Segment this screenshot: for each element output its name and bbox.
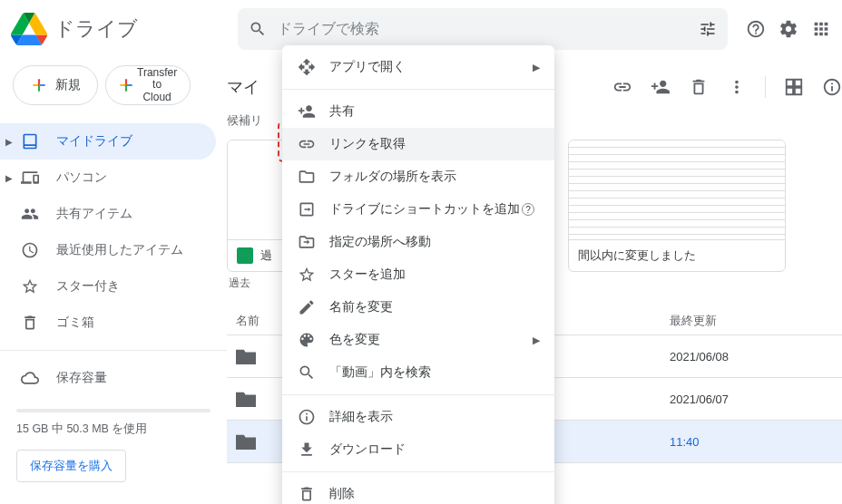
folder-icon — [236, 391, 256, 407]
search-input[interactable] — [278, 21, 699, 37]
sidebar-item-label: パソコン — [56, 170, 107, 186]
menu-item-label: スターを追加 — [329, 267, 406, 283]
sidebar-item-mydrive[interactable]: ▶ マイドライブ — [0, 123, 216, 160]
menu-item-palette[interactable]: 色を変更▶ — [282, 324, 554, 356]
sidebar-item-recent[interactable]: 最近使用したアイテム — [0, 232, 216, 268]
download-icon — [297, 440, 317, 460]
gear-icon[interactable] — [778, 19, 798, 39]
menu-item-person-add[interactable]: 共有 — [282, 95, 554, 128]
chevron-right-icon: ▶ — [533, 334, 540, 346]
sidebar-item-label: スター付き — [56, 278, 120, 295]
sidebar-item-trash[interactable]: ゴミ箱 — [0, 305, 216, 341]
info-icon — [297, 407, 317, 427]
menu-item-label: 詳細を表示 — [329, 409, 393, 425]
search-icon — [297, 363, 317, 383]
link-icon — [297, 134, 317, 154]
star-icon — [297, 265, 317, 285]
link-icon[interactable] — [612, 77, 632, 97]
tune-icon[interactable] — [699, 20, 717, 38]
menu-item-label: アプリで開く — [329, 59, 406, 75]
sidebar-item-label: マイドライブ — [56, 133, 132, 150]
col-date[interactable]: 最終更新 — [670, 313, 833, 329]
more-icon[interactable] — [727, 77, 747, 97]
grid-view-icon[interactable] — [784, 77, 804, 97]
app-name: ドライブ — [54, 15, 138, 43]
sidebar-item-storage[interactable]: 保存容量 — [0, 360, 216, 396]
menu-item-label: 削除 — [329, 486, 355, 502]
row-date: 2021/06/07 — [670, 393, 833, 406]
menu-item-move[interactable]: 指定の場所へ移動 — [282, 226, 554, 258]
menu-item-label: 色を変更 — [329, 332, 380, 348]
folder-icon — [236, 348, 256, 364]
person-add-icon[interactable] — [651, 77, 671, 97]
sidebar-item-label: 保存容量 — [56, 370, 107, 386]
menu-item-trash[interactable]: 削除 — [282, 478, 554, 504]
folder-icon — [236, 433, 256, 450]
row-date: 2021/06/08 — [670, 350, 833, 363]
menu-item-label: 「動画」内を検索 — [329, 364, 431, 381]
sheets-icon — [237, 247, 253, 264]
search-icon — [249, 20, 267, 38]
mydrive-icon — [20, 131, 40, 151]
plus-icon — [30, 76, 48, 94]
toolbar-actions — [612, 76, 842, 98]
chevron-right-icon: ▶ — [533, 62, 540, 73]
caret-icon: ▶ — [5, 137, 13, 147]
storage-usage: 15 GB 中 50.3 MB を使用 — [16, 422, 210, 437]
context-menu: アプリで開く▶共有リンクを取得フォルダの場所を表示ドライブにショートカットを追加… — [282, 45, 554, 504]
star-icon — [20, 276, 40, 296]
menu-item-download[interactable]: ダウンロード — [282, 433, 554, 466]
logo[interactable]: ドライブ — [11, 11, 238, 47]
move-icon — [297, 232, 317, 252]
menu-item-label: 指定の場所へ移動 — [329, 234, 431, 250]
trash-icon[interactable] — [689, 77, 709, 97]
sidebar-item-label: ゴミ箱 — [56, 315, 94, 331]
sidebar-item-computers[interactable]: ▶ パソコン — [0, 160, 216, 196]
sidebar-item-shared[interactable]: 共有アイテム — [0, 196, 216, 232]
devices-icon — [20, 168, 40, 188]
transfer-button[interactable]: Transfer to Cloud — [105, 65, 191, 105]
crumb-label[interactable]: マイ — [227, 76, 259, 98]
trash-icon — [20, 313, 40, 333]
menu-item-search[interactable]: 「動画」内を検索 — [282, 356, 554, 389]
info-icon[interactable] — [822, 77, 842, 97]
card-thumb — [569, 141, 785, 240]
sidebar-item-starred[interactable]: スター付き — [0, 268, 216, 305]
people-icon — [20, 204, 40, 224]
menu-item-folder[interactable]: フォルダの場所を表示 — [282, 160, 554, 193]
menu-item-open-with[interactable]: アプリで開く▶ — [282, 51, 554, 83]
menu-item-label: ダウンロード — [329, 441, 406, 458]
person-add-icon — [297, 102, 317, 121]
sidebar: 新規 Transfer to Cloud ▶ マイドライブ ▶ パソコン — [0, 58, 227, 504]
menu-item-label: フォルダの場所を表示 — [329, 169, 456, 185]
help-icon[interactable] — [746, 19, 766, 39]
drive-logo-icon — [11, 11, 47, 47]
menu-item-info[interactable]: 詳細を表示 — [282, 401, 554, 433]
card-title: 過 — [260, 247, 272, 264]
file-card[interactable]: 間以内に変更しました — [568, 140, 786, 272]
storage-block: 15 GB 中 50.3 MB を使用 保存容量を購入 — [0, 396, 227, 488]
sidebar-item-label: 最近使用したアイテム — [56, 242, 183, 258]
help-badge-icon: ? — [522, 203, 534, 216]
apps-icon[interactable] — [811, 19, 831, 39]
sidebar-item-label: 共有アイテム — [56, 206, 132, 222]
menu-item-label: リンクを取得 — [329, 136, 406, 152]
palette-icon — [297, 330, 317, 350]
shortcut-icon — [297, 199, 317, 219]
clock-icon — [20, 240, 40, 260]
new-button[interactable]: 新規 — [13, 65, 98, 105]
open-with-icon — [297, 57, 317, 77]
buy-storage-button[interactable]: 保存容量を購入 — [16, 450, 126, 482]
search-bar[interactable] — [238, 8, 728, 50]
caret-icon: ▶ — [5, 173, 13, 183]
menu-item-label: 名前を変更 — [329, 299, 393, 315]
menu-item-shortcut[interactable]: ドライブにショートカットを追加? — [282, 193, 554, 226]
header-actions — [731, 19, 831, 39]
menu-item-rename[interactable]: 名前を変更 — [282, 291, 554, 324]
menu-item-link[interactable]: リンクを取得 — [282, 128, 554, 160]
card-subtext: 間以内に変更しました — [578, 247, 696, 264]
trash-icon — [297, 484, 317, 504]
menu-item-star[interactable]: スターを追加 — [282, 258, 554, 291]
cloud-icon — [20, 368, 40, 388]
folder-icon — [297, 167, 317, 187]
